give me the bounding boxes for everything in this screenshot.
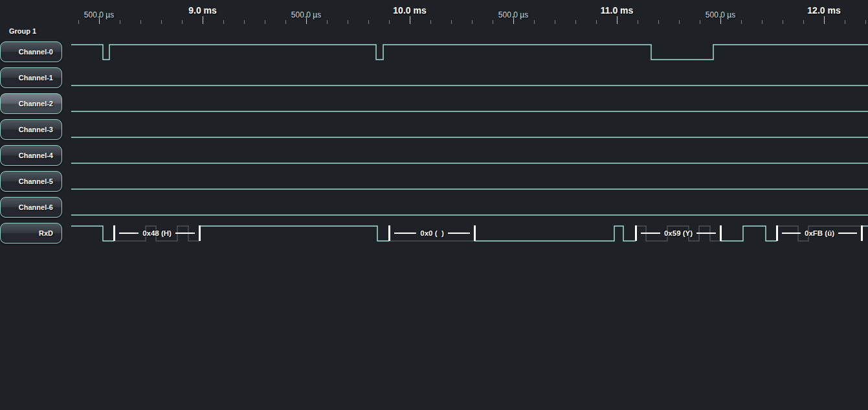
annotation-wire bbox=[448, 233, 470, 234]
annotation-wire bbox=[782, 233, 801, 234]
annotation-wire bbox=[394, 233, 416, 234]
annotation-label: 0xFB (û) bbox=[805, 229, 834, 237]
trace-rxd bbox=[71, 226, 114, 241]
annotation-wire bbox=[641, 233, 660, 234]
annotation-label: 0x0 ( ) bbox=[420, 229, 443, 237]
uart-annotation: 0x48 (H) bbox=[113, 225, 201, 241]
uart-annotation: 0x0 ( ) bbox=[388, 225, 476, 241]
trace-rxd bbox=[720, 226, 777, 241]
annotation-wire bbox=[696, 233, 716, 234]
annotation-start-marker bbox=[113, 225, 115, 241]
annotation-end-marker bbox=[720, 225, 722, 241]
waveform-view[interactable] bbox=[0, 0, 868, 410]
annotation-end-marker bbox=[861, 225, 863, 241]
annotation-end-marker bbox=[199, 225, 201, 241]
trace-channel-0 bbox=[71, 45, 868, 60]
logic-analyzer-app: 500.0 µs9.0 ms500.0 µs10.0 ms500.0 µs11.… bbox=[0, 0, 868, 410]
trace-rxd bbox=[199, 226, 389, 241]
uart-annotation: 0xFB (û) bbox=[776, 225, 863, 241]
annotation-start-marker bbox=[776, 225, 778, 241]
annotation-wire bbox=[838, 233, 857, 234]
annotation-start-marker bbox=[388, 225, 390, 241]
annotation-wire bbox=[119, 233, 139, 234]
annotation-wire bbox=[175, 233, 195, 234]
annotation-label: 0x48 (H) bbox=[142, 229, 172, 237]
trace-rxd bbox=[474, 226, 636, 241]
uart-annotation: 0x59 (Y) bbox=[635, 225, 722, 241]
annotation-start-marker bbox=[635, 225, 637, 241]
annotation-label: 0x59 (Y) bbox=[664, 229, 693, 237]
annotation-end-marker bbox=[474, 225, 476, 241]
